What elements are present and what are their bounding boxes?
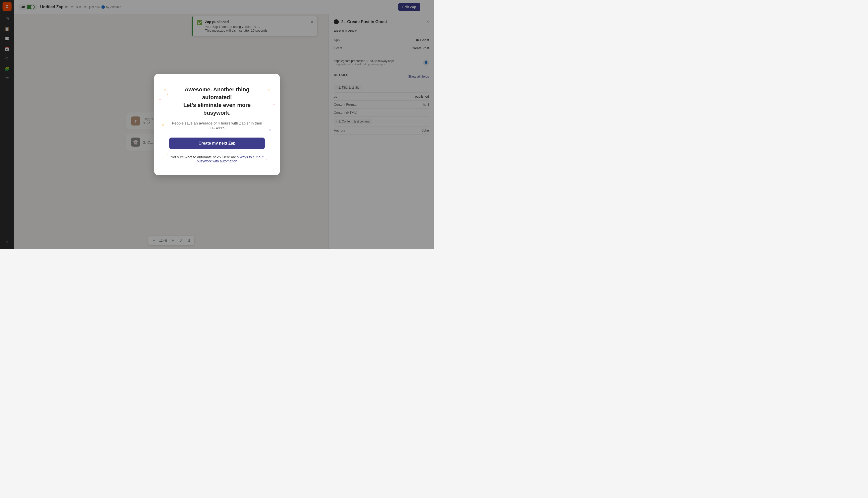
modal-title: Awesome. Another thing automated! Let's … <box>169 86 265 117</box>
deco-dot-7 <box>167 154 168 155</box>
modal-footer: Not sure what to automate next? Here are… <box>169 155 265 163</box>
deco-dot-2 <box>159 99 161 101</box>
deco-dot-3 <box>162 124 164 126</box>
deco-dot-8 <box>266 159 267 160</box>
deco-dot-1 <box>164 89 166 91</box>
modal-footer-text: Not sure what to automate next? Here are <box>170 155 237 159</box>
deco-dot-5 <box>273 104 275 105</box>
deco-dot-4 <box>268 89 270 91</box>
modal-overlay: Awesome. Another thing automated! Let's … <box>0 0 434 249</box>
success-modal: Awesome. Another thing automated! Let's … <box>154 74 280 175</box>
deco-dot-6 <box>269 129 271 131</box>
create-next-zap-button[interactable]: Create my next Zap <box>169 137 265 149</box>
modal-subtitle: People save an average of 4 hours with Z… <box>169 121 265 130</box>
app-container: Z ⊞ 📋 💬 📅 ⏱ 🧩 ☰ ? On Untitled Zap ✏ V1 i… <box>0 0 434 249</box>
